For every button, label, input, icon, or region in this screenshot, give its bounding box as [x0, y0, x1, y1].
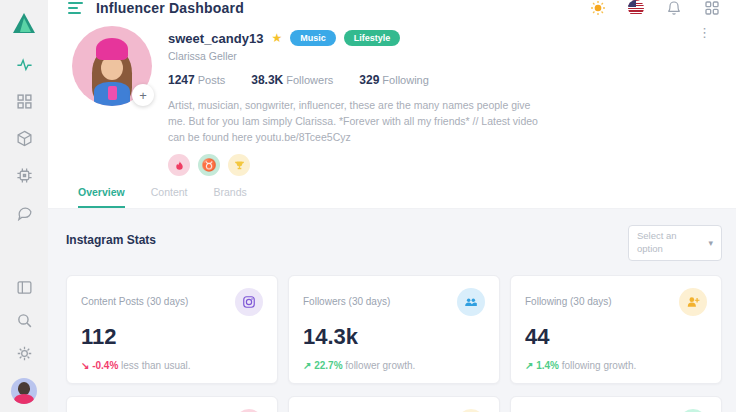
- tab-overview[interactable]: Overview: [78, 186, 125, 208]
- section-title: Instagram Stats: [66, 233, 156, 247]
- instagram-icon: [235, 288, 263, 316]
- card-value: 112: [81, 324, 263, 350]
- theme-sun-icon[interactable]: [590, 0, 606, 16]
- language-flag-icon[interactable]: [628, 0, 644, 16]
- card-following[interactable]: Following (30 days) 44 ↗ 1.4% following …: [510, 275, 722, 384]
- sidebar-item-activity[interactable]: [16, 56, 33, 73]
- trend-up-icon: ↗: [525, 360, 533, 371]
- badge-lifestyle[interactable]: Lifestyle: [344, 30, 401, 46]
- trophy-icon[interactable]: [228, 154, 250, 176]
- trend-up-icon: ↗: [303, 360, 311, 371]
- card-followers[interactable]: Followers (30 days) 14.3k ↗ 22.7% follow…: [288, 275, 500, 384]
- profile-interest-chips: ♉: [168, 154, 546, 176]
- followers-icon: [457, 288, 485, 316]
- user-avatar-shirt: [14, 394, 34, 404]
- tab-content[interactable]: Content: [151, 186, 188, 208]
- sidebar-item-cpu[interactable]: [16, 167, 33, 184]
- profile-info: sweet_candy13 ★ Music Lifestyle Clarissa…: [168, 26, 546, 176]
- card-delta: ↗ 1.4% following growth.: [525, 360, 707, 371]
- profile-bio: Artist, musician, songwriter, influencer…: [168, 98, 546, 145]
- profile-menu-kebab-icon[interactable]: ⋮: [698, 26, 710, 40]
- profile-section: + sweet_candy13 ★ Music Lifestyle Claris…: [48, 16, 736, 176]
- stat-following: 329Following: [359, 73, 429, 87]
- person-add-icon: [679, 288, 707, 316]
- header-actions: [590, 0, 720, 16]
- stats-cards-row2: Likes (30 days) Comments (30 days): [66, 396, 722, 412]
- gear-icon[interactable]: [16, 345, 33, 362]
- sidebar-item-chat[interactable]: [16, 204, 33, 221]
- card-comments[interactable]: Comments (30 days): [288, 396, 500, 412]
- stats-filter-select[interactable]: Select an option ▾: [628, 225, 722, 261]
- card-likes[interactable]: Likes (30 days): [66, 396, 278, 412]
- notifications-bell-icon[interactable]: [666, 0, 682, 16]
- sidebar-item-package[interactable]: [16, 130, 33, 147]
- apps-grid-icon[interactable]: [704, 0, 720, 16]
- app-window: Influencer Dashboard: [0, 0, 736, 412]
- sidebar-item-layout[interactable]: [16, 279, 33, 296]
- instagram-stats-section: Instagram Stats Select an option ▾ Conte…: [48, 209, 736, 412]
- profile-stats: 1247Posts 38.3KFollowers 329Following: [168, 73, 546, 87]
- profile-tabs: Overview Content Brands: [48, 176, 736, 209]
- tab-brands[interactable]: Brands: [213, 186, 246, 208]
- star-icon: ★: [271, 31, 282, 45]
- hamburger-menu-icon[interactable]: [68, 2, 84, 14]
- card-content-posts[interactable]: Content Posts (30 days) 112 ↘ -0.4% less…: [66, 275, 278, 384]
- profile-username: sweet_candy13: [168, 31, 263, 46]
- trend-down-icon: ↘: [81, 360, 89, 371]
- stats-cards-row1: Content Posts (30 days) 112 ↘ -0.4% less…: [66, 275, 722, 384]
- page-title: Influencer Dashboard: [96, 0, 244, 16]
- sidebar-item-apps[interactable]: [16, 93, 33, 110]
- card-profile-views[interactable]: Profile Views (30 days): [510, 396, 722, 412]
- app-logo-icon[interactable]: [12, 12, 36, 34]
- stat-posts: 1247Posts: [168, 73, 225, 87]
- top-header: Influencer Dashboard: [48, 0, 736, 16]
- flame-icon[interactable]: [168, 154, 190, 176]
- stat-followers: 38.3KFollowers: [251, 73, 333, 87]
- card-delta: ↗ 22.7% follower growth.: [303, 360, 485, 371]
- card-delta: ↘ -0.4% less than usual.: [81, 360, 263, 371]
- chevron-down-icon: ▾: [708, 238, 713, 248]
- badge-music[interactable]: Music: [290, 30, 336, 46]
- sidebar-nav: [16, 56, 33, 221]
- search-icon[interactable]: [16, 312, 33, 329]
- main-area: Influencer Dashboard: [48, 0, 736, 412]
- sidebar: [0, 0, 48, 412]
- card-value: 44: [525, 324, 707, 350]
- profile-fullname: Clarissa Geller: [168, 50, 546, 62]
- taurus-zodiac-icon[interactable]: ♉: [198, 154, 220, 176]
- card-value: 14.3k: [303, 324, 485, 350]
- sidebar-bottom-nav: [11, 279, 37, 404]
- user-avatar[interactable]: [11, 378, 37, 404]
- add-story-button[interactable]: +: [132, 84, 154, 106]
